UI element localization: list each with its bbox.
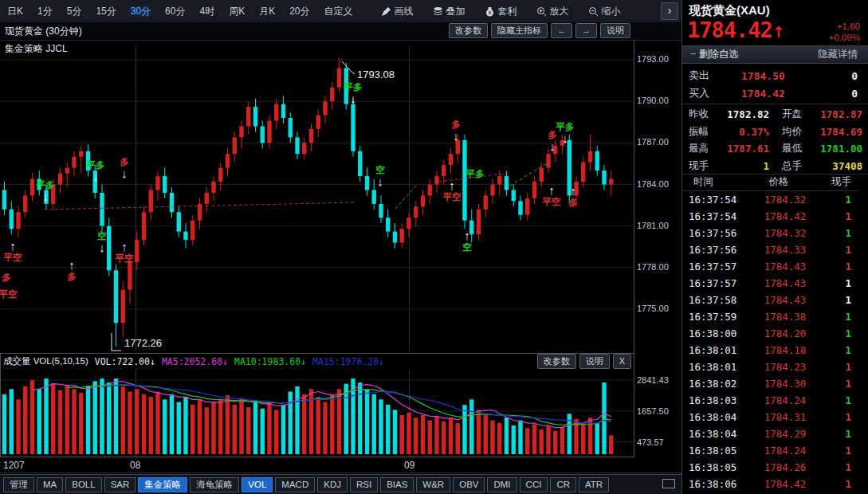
- tick-row: 16:38:011784.181: [682, 342, 859, 359]
- tab-CCI[interactable]: CCI: [520, 477, 548, 492]
- volume-ma5: MA5:2052.60↓: [162, 356, 228, 367]
- svg-text:多: 多: [67, 272, 77, 281]
- stat-振幅: 振幅0.37%: [682, 125, 776, 139]
- stat-row: 现手1总手37408: [682, 158, 868, 175]
- watchlist-bar: − 删除自选 隐藏详情: [682, 45, 868, 64]
- tick-row: 16:38:001784.201: [682, 325, 859, 342]
- tab-CR[interactable]: CR: [550, 477, 576, 492]
- tab-DMI[interactable]: DMI: [487, 477, 516, 492]
- price-change: +1.60 +0.09%: [829, 21, 860, 43]
- stat-row: 昨收1782.82开盘1782.87: [682, 106, 868, 124]
- svg-text:↑: ↑: [10, 239, 16, 253]
- price-axis-label: 1787.00: [637, 137, 669, 147]
- tick-row: 16:38:061784.421: [682, 476, 859, 492]
- tick-col-价格: 价格: [744, 175, 813, 190]
- volume-value: VOL:722.00↓: [95, 356, 155, 367]
- tick-table: 16:37:541784.32116:37:541784.42116:37:56…: [682, 191, 859, 492]
- svg-text:↓: ↓: [377, 174, 383, 188]
- svg-text:多: 多: [2, 272, 11, 282]
- divider: [682, 174, 868, 174]
- svg-text:平空: 平空: [442, 191, 462, 202]
- tick-row: 16:37:591784.381: [682, 308, 859, 325]
- tick-table-header: 时间价格现手: [682, 175, 859, 191]
- buy-price: 1784.42: [741, 88, 785, 100]
- volume-pane-button-X[interactable]: X: [613, 354, 631, 369]
- volume-pane-button-改参数[interactable]: 改参数: [537, 354, 576, 369]
- time-axis-label: 1207: [3, 460, 25, 471]
- buy-qty: 0: [851, 88, 868, 100]
- svg-text:空: 空: [97, 230, 107, 241]
- tick-row: 16:38:041784.291: [682, 425, 859, 442]
- symbol-title: 现货黄金(XAU): [689, 3, 770, 18]
- quote-panel: 现货黄金(XAU) 1784.42↑ +1.60 +0.09% − 删除自选 隐…: [681, 0, 868, 494]
- tab-RSI[interactable]: RSI: [350, 477, 378, 492]
- svg-text:平空: 平空: [115, 253, 135, 263]
- tab-管理[interactable]: 管理: [3, 477, 34, 492]
- svg-text:↓: ↓: [562, 131, 568, 145]
- svg-text:平多: 平多: [556, 122, 575, 131]
- svg-text:多: 多: [451, 120, 461, 129]
- tab-MA[interactable]: MA: [37, 477, 63, 492]
- tick-row: 16:38:031784.241: [682, 392, 859, 409]
- tab-KDJ[interactable]: KDJ: [317, 477, 348, 492]
- tick-row: 16:37:571784.431: [682, 275, 859, 292]
- sell-row: 卖出 1784.50 0: [682, 67, 868, 84]
- price-axis-label: 1775.00: [637, 304, 669, 313]
- svg-text:1772.26: 1772.26: [124, 337, 162, 349]
- tab-SAR[interactable]: SAR: [104, 477, 136, 492]
- tab-MACD[interactable]: MACD: [275, 477, 315, 492]
- tab-BOLL[interactable]: BOLL: [65, 477, 101, 492]
- panel-toggle-icon[interactable]: [662, 479, 675, 488]
- tab-海龟策略[interactable]: 海龟策略: [190, 477, 239, 492]
- price-axis-label: 1784.00: [637, 179, 669, 189]
- stat-现手: 现手1: [682, 159, 776, 173]
- tab-OBV[interactable]: OBV: [453, 477, 485, 492]
- chart-region: 日K1分5分15分30分60分4时周K月K20分自定义 画线叠加套利放大缩小 ›…: [0, 0, 681, 494]
- quote-stats: 昨收1782.82开盘1782.87振幅0.37%均价1784.69最高1787…: [682, 106, 868, 174]
- last-price: 1784.42↑: [687, 18, 785, 42]
- volume-axis-label: 473.57: [637, 437, 664, 447]
- stat-row: 振幅0.37%均价1784.69: [682, 124, 868, 141]
- svg-text:↑: ↑: [570, 184, 576, 198]
- tab-VOL[interactable]: VOL: [242, 477, 273, 492]
- svg-text:多: 多: [120, 157, 129, 167]
- volume-ma10: MA10:1983.60↓: [234, 356, 306, 367]
- svg-text:平多: 平多: [344, 82, 363, 92]
- volume-pane-header: 成交量 VOL(5,10,15) VOL:722.00↓ MA5:2052.60…: [0, 354, 634, 369]
- tab-W&R[interactable]: W&R: [416, 477, 450, 492]
- tick-row: 16:37:561784.331: [682, 241, 859, 258]
- remove-watchlist-button[interactable]: − 删除自选: [682, 48, 739, 61]
- tab-BIAS[interactable]: BIAS: [380, 477, 414, 492]
- tick-col-时间: 时间: [682, 175, 744, 190]
- sell-label: 卖出: [682, 69, 722, 83]
- tick-row: 16:37:581784.431: [682, 292, 859, 308]
- volume-axis-label: 1657.50: [637, 406, 669, 416]
- svg-text:平空: 平空: [0, 288, 18, 299]
- volume-ma15: MA15:1976.20↓: [312, 356, 384, 367]
- stat-最高: 最高1787.61: [682, 142, 776, 155]
- hide-details-button[interactable]: 隐藏详情: [818, 48, 868, 61]
- candlestick-chart[interactable]: 平多↓平多↓多↓平空↑多平空多↑空↓平空↑平多↓空↓多↓平多平空↑空↑平多↓多↓…: [0, 0, 681, 494]
- tick-row: 16:37:541784.421: [682, 208, 859, 225]
- tick-row: 16:37:571784.431: [682, 258, 859, 275]
- svg-text:↑: ↑: [548, 183, 555, 197]
- svg-text:平空: 平空: [542, 196, 562, 206]
- stat-最低: 最低1781.00: [776, 142, 868, 155]
- stat-总手: 总手37408: [776, 159, 868, 173]
- stat-row: 最高1787.61最低1781.00: [682, 140, 868, 158]
- svg-text:空: 空: [375, 164, 385, 174]
- trading-app: { "toolbar": { "timeframes": [ {"label":…: [0, 0, 868, 494]
- tab-集金策略[interactable]: 集金策略: [138, 477, 187, 492]
- indicator-tabbar: 管理MABOLLSAR集金策略海龟策略VOLMACDKDJRSIBIASW&RO…: [0, 474, 681, 494]
- volume-axis-label: 2841.43: [637, 375, 669, 385]
- tick-row: 16:37:541784.321: [682, 191, 859, 208]
- svg-text:↓: ↓: [99, 241, 105, 254]
- tick-row: 16:38:021784.301: [682, 375, 859, 392]
- divider: [682, 104, 868, 104]
- volume-pane-button-说明[interactable]: 说明: [579, 354, 610, 369]
- svg-text:平多: 平多: [86, 160, 105, 170]
- tick-row: 16:38:051784.261: [682, 459, 859, 476]
- svg-text:↓: ↓: [92, 170, 99, 183]
- svg-text:平多: 平多: [36, 180, 55, 190]
- tab-ATR[interactable]: ATR: [579, 477, 609, 492]
